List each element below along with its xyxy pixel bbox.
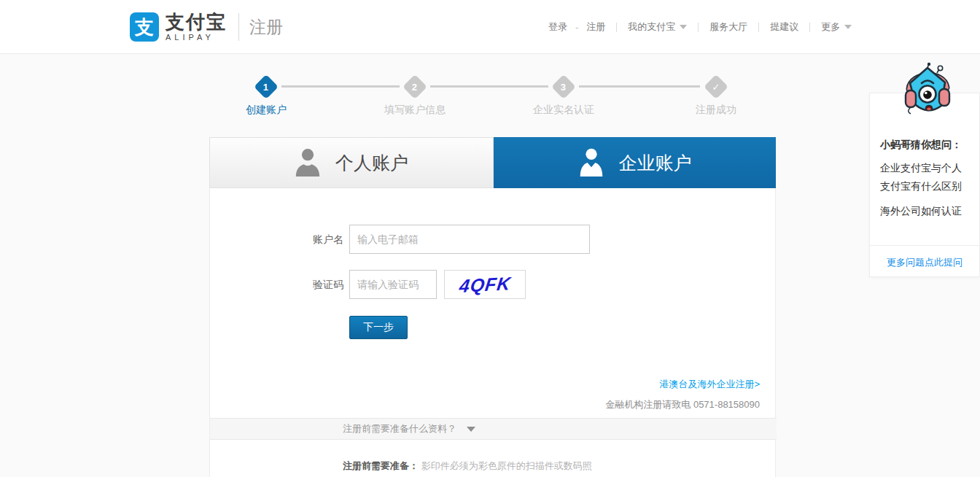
chevron-down-icon	[680, 25, 687, 29]
captcha-label: 验证码	[210, 270, 343, 299]
chevron-down-icon	[467, 427, 475, 432]
step-connector	[579, 85, 700, 88]
account-email-input[interactable]	[349, 225, 590, 254]
captcha-input[interactable]	[349, 270, 437, 299]
nav-divider	[809, 23, 810, 32]
step-1-create-account: 1	[254, 74, 279, 99]
step-4-label: 注册成功	[665, 104, 767, 117]
step-2-fill-info: 2	[402, 74, 427, 99]
progress-steps: 1 创建账户 2 填写账户信息 3 企业实名认证 ✓ 注册成功	[209, 69, 776, 125]
help-question-1[interactable]: 企业支付宝与个人支付宝有什么区别	[880, 159, 969, 195]
ant-mascot-icon	[901, 61, 954, 118]
captcha-code: 4QFK	[458, 273, 512, 297]
chevron-down-icon	[844, 25, 852, 29]
top-nav: 登录 - 注册 我的支付宝 服务大厅 提建议 更多	[548, 0, 852, 54]
prep-instructions: 注册前需要准备： 影印件必须为彩色原件的扫描件或数码照	[343, 459, 592, 473]
more-questions-link[interactable]: 更多问题点此提问	[870, 256, 979, 269]
help-question-2[interactable]: 海外公司如何认证	[880, 205, 975, 218]
nav-suggest[interactable]: 提建议	[770, 20, 798, 34]
top-header: 支 支付宝 ALIPAY 注册 登录 - 注册 我的支付宝 服务大厅 提建议 更…	[0, 0, 980, 54]
help-suggestions-card: 小蚂哥猜你想问： 企业支付宝与个人支付宝有什么区别 海外公司如何认证 更多问题点…	[869, 93, 980, 277]
tab-personal-label: 个人账户	[335, 151, 408, 175]
nav-divider	[698, 23, 699, 32]
nav-my-alipay[interactable]: 我的支付宝	[628, 20, 687, 34]
prep-title: 注册前需要准备：	[343, 460, 419, 471]
step-connector	[281, 85, 400, 88]
finance-phone-note: 金融机构注册请致电 0571-88158090	[605, 398, 760, 411]
logo-glyph: 支	[135, 15, 154, 40]
nav-login[interactable]: 登录	[548, 20, 567, 34]
register-panel: 个人账户 企业账户 账户名 验证码 4QFK 下一步 港澳台及海外企业注册> 金…	[209, 137, 776, 477]
nav-dash: -	[575, 22, 578, 33]
nav-more[interactable]: 更多	[821, 20, 852, 34]
faq-question: 注册前需要准备什么资料？	[343, 423, 456, 434]
alipay-logo-icon: 支	[130, 12, 159, 42]
brand-name-cn: 支付宝	[166, 12, 227, 31]
nav-service-hall[interactable]: 服务大厅	[709, 20, 747, 34]
tab-personal-account[interactable]: 个人账户	[209, 137, 494, 188]
help-card-title: 小蚂哥猜你想问：	[880, 139, 962, 152]
help-card-divider	[870, 245, 979, 246]
logo-separator	[238, 13, 239, 41]
step-connector	[430, 85, 548, 88]
nav-register[interactable]: 注册	[586, 20, 605, 34]
tab-enterprise-account[interactable]: 企业账户	[494, 137, 776, 188]
nav-divider	[616, 23, 617, 32]
alipay-logo[interactable]: 支 支付宝 ALIPAY 注册	[130, 12, 283, 42]
brand-name-en: ALIPAY	[166, 33, 214, 42]
person-icon	[295, 147, 321, 178]
step-3-verify: 3	[551, 74, 576, 99]
tab-enterprise-label: 企业账户	[619, 151, 692, 175]
page-title: 注册	[249, 16, 283, 39]
business-person-icon	[578, 147, 604, 178]
prep-text: 影印件必须为彩色原件的扫描件或数码照	[421, 460, 592, 471]
next-step-button[interactable]: 下一步	[349, 316, 408, 339]
nav-divider	[758, 23, 759, 32]
captcha-image[interactable]: 4QFK	[444, 270, 526, 299]
enterprise-register-form: 账户名 验证码 4QFK 下一步 港澳台及海外企业注册> 金融机构注册请致电 0…	[209, 188, 776, 477]
faq-accordion-bar[interactable]: 注册前需要准备什么资料？	[210, 418, 777, 440]
step-2-label: 填写账户信息	[364, 104, 466, 117]
step-1-label: 创建账户	[215, 104, 317, 117]
overseas-register-link[interactable]: 港澳台及海外企业注册>	[659, 378, 760, 391]
brand-text: 支付宝 ALIPAY	[166, 12, 227, 42]
step-4-success-check-icon: ✓	[704, 74, 728, 99]
account-name-label: 账户名	[210, 225, 343, 254]
step-3-label: 企业实名认证	[513, 104, 615, 117]
